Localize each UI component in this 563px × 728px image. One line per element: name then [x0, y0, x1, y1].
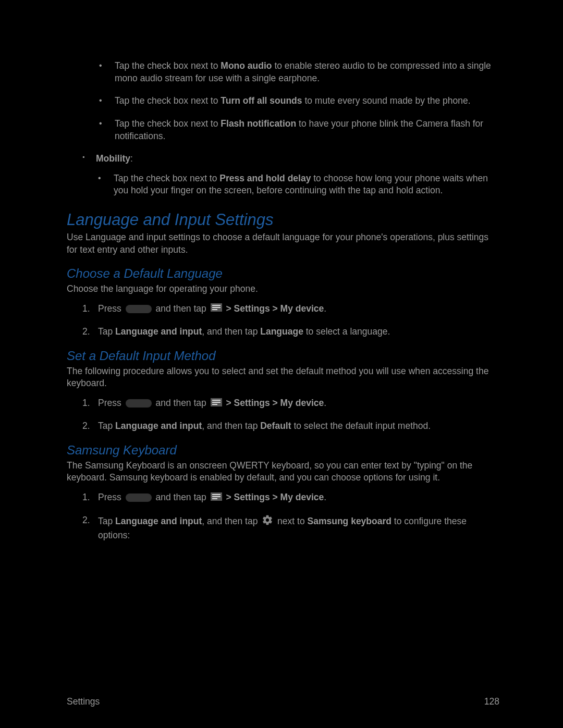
home-key-icon — [126, 493, 152, 502]
step-number: 2. — [82, 420, 90, 433]
text: to select the default input method. — [291, 421, 431, 431]
svg-rect-6 — [212, 402, 221, 403]
section-desc: The following procedure allows you to se… — [67, 365, 499, 390]
svg-rect-1 — [212, 305, 221, 306]
choose-language-steps: 1. Press and then tap > Settings > My de… — [82, 303, 499, 338]
step-number: 2. — [82, 326, 90, 338]
bold-text: Samsung keyboard — [308, 516, 391, 526]
bold-text: Language and input — [115, 326, 202, 337]
default-input-steps: 1. Press and then tap > Settings > My de… — [82, 397, 499, 433]
text: , and then tap — [202, 516, 260, 526]
text: and then tap — [155, 398, 209, 408]
path-text: > Settings > My device — [226, 492, 324, 502]
svg-rect-2 — [212, 307, 221, 308]
mobility-label: Mobility — [96, 153, 130, 164]
text: next to — [277, 516, 307, 526]
samsung-keyboard-steps: 1. Press and then tap > Settings > My de… — [82, 491, 499, 541]
mobility-bullets: Tap the check box next to Press and hold… — [98, 172, 499, 197]
home-key-icon — [126, 399, 152, 408]
text: . — [324, 398, 326, 408]
gear-icon — [262, 514, 273, 529]
heading-samsung-keyboard: Samsung Keyboard — [67, 443, 499, 458]
text: Press — [98, 398, 121, 408]
text: to select a language. — [303, 326, 390, 337]
text: Tap the check box next to — [114, 173, 219, 183]
path-text: > Settings > My device — [226, 303, 324, 314]
step-number: 1. — [82, 491, 90, 504]
step-item: 1. Press and then tap > Settings > My de… — [82, 491, 499, 504]
text: to mute every sound made by the phone. — [302, 95, 471, 106]
step-item: 1. Press and then tap > Settings > My de… — [82, 397, 499, 410]
text: . — [324, 303, 326, 314]
text: Tap — [98, 421, 115, 431]
section-desc: Choose the language for operating your p… — [67, 283, 499, 295]
step-item: 2. Tap Language and input, and then tap … — [82, 514, 499, 541]
bold-text: Language and input — [115, 421, 202, 431]
menu-icon — [211, 303, 222, 315]
home-key-icon — [126, 305, 152, 313]
bold-text: Press and hold delay — [219, 173, 311, 183]
list-item: Tap the check box next to Turn off all s… — [99, 95, 499, 107]
text: and then tap — [155, 303, 209, 314]
bold-text: Mono audio — [221, 60, 272, 71]
text: and then tap — [155, 492, 209, 502]
list-item: Tap the check box next to Press and hold… — [98, 172, 499, 197]
mobility-section: Mobility: Tap the check box next to Pres… — [82, 153, 499, 197]
heading-choose-language: Choose a Default Language — [67, 266, 499, 281]
text: Tap — [98, 516, 115, 526]
bold-text: Language and input — [115, 516, 202, 526]
step-item: 2. Tap Language and input, and then tap … — [82, 326, 499, 338]
path-text: > Settings > My device — [226, 398, 324, 408]
heading-desc: Use Language and input settings to choos… — [67, 231, 499, 256]
bold-text: Language — [260, 326, 303, 337]
text: Tap the check box next to — [115, 118, 221, 129]
text: Press — [98, 492, 121, 502]
accessibility-bullets: Tap the check box next to Mono audio to … — [99, 60, 499, 142]
step-number: 2. — [82, 514, 90, 527]
footer-section: Settings — [67, 696, 100, 707]
svg-rect-9 — [212, 494, 221, 495]
menu-icon — [211, 492, 222, 504]
svg-rect-10 — [212, 496, 221, 497]
bold-text: Default — [260, 421, 291, 431]
svg-rect-7 — [212, 404, 217, 405]
list-item: Mobility: Tap the check box next to Pres… — [82, 153, 499, 197]
list-item: Tap the check box next to Mono audio to … — [99, 60, 499, 84]
text: , and then tap — [202, 421, 260, 431]
text: Tap the check box next to — [115, 95, 221, 106]
bold-text: Turn off all sounds — [221, 95, 302, 106]
text: Tap — [98, 326, 115, 337]
text: Press — [98, 303, 121, 314]
svg-rect-5 — [212, 400, 221, 401]
section-desc: The Samsung Keyboard is an onscreen QWER… — [67, 460, 499, 484]
menu-icon — [211, 398, 222, 410]
step-number: 1. — [82, 303, 90, 315]
heading-default-input: Set a Default Input Method — [67, 349, 499, 363]
svg-rect-3 — [212, 309, 217, 310]
page-number: 128 — [484, 696, 499, 707]
svg-rect-11 — [212, 498, 217, 499]
list-item: Tap the check box next to Flash notifica… — [99, 118, 499, 142]
heading-language-input: Language and Input Settings — [67, 211, 499, 229]
step-number: 1. — [82, 397, 90, 410]
text: , and then tap — [202, 326, 260, 337]
step-item: 1. Press and then tap > Settings > My de… — [82, 303, 499, 315]
page-footer: Settings 128 — [67, 696, 499, 707]
document-page: Tap the check box next to Mono audio to … — [0, 0, 563, 728]
bold-text: Flash notification — [221, 118, 296, 129]
step-item: 2. Tap Language and input, and then tap … — [82, 420, 499, 433]
text: . — [324, 492, 326, 502]
text: Tap the check box next to — [115, 60, 221, 71]
